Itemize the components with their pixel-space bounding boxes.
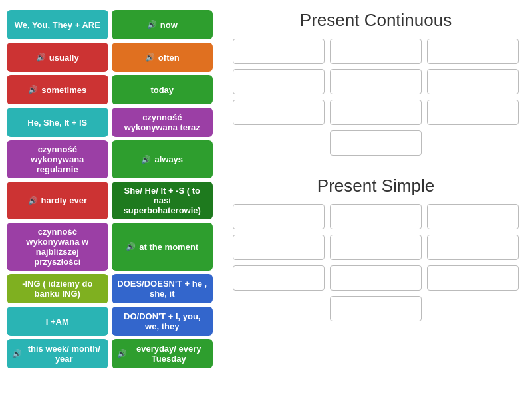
drop-box[interactable] bbox=[330, 204, 422, 229]
speaker-icon: 🔊 bbox=[28, 85, 38, 94]
card-label: I +AM bbox=[46, 317, 69, 327]
speaker-icon: 🔊 bbox=[28, 196, 38, 205]
card-label: everyday/ every Tuesday bbox=[130, 344, 208, 364]
card-1-1[interactable]: 🔊often bbox=[112, 43, 213, 72]
present-simple-grid-1 bbox=[233, 204, 519, 229]
card-label: czynność wykonywana regularnie bbox=[12, 144, 103, 174]
card-label: He, She, It + IS bbox=[27, 118, 87, 128]
card-5-1[interactable]: She/ He/ It + -S ( to nasi superbohatero… bbox=[112, 182, 213, 219]
card-9-1[interactable]: 🔊everyday/ every Tuesday bbox=[112, 339, 213, 368]
card-9-0[interactable]: 🔊this week/ month/ year bbox=[7, 339, 108, 368]
present-continuous-grid-2 bbox=[233, 69, 519, 94]
drop-box[interactable] bbox=[330, 69, 422, 94]
card-row-0: We, You, They + ARE🔊now bbox=[7, 10, 213, 39]
drop-box[interactable] bbox=[427, 265, 519, 291]
speaker-icon: 🔊 bbox=[126, 242, 136, 251]
card-0-1[interactable]: 🔊now bbox=[112, 10, 213, 39]
speaker-icon: 🔊 bbox=[117, 349, 127, 358]
card-3-0[interactable]: He, She, It + IS bbox=[7, 108, 108, 137]
card-label: DOES/DOESN'T + he , she, it bbox=[117, 279, 208, 299]
card-label: She/ He/ It + -S ( to nasi superbohatero… bbox=[117, 186, 208, 215]
drop-box[interactable] bbox=[330, 130, 422, 156]
card-label: -ING ( idziemy do banku ING) bbox=[12, 279, 103, 299]
drop-box[interactable] bbox=[427, 69, 519, 94]
card-label: at the moment bbox=[139, 242, 198, 252]
card-6-0[interactable]: czynność wykonywana w najbliższej przysz… bbox=[7, 223, 108, 271]
card-1-0[interactable]: 🔊usually bbox=[7, 43, 108, 72]
card-label: today bbox=[150, 85, 174, 95]
present-continuous-title: Present Continuous bbox=[233, 10, 519, 31]
drop-box[interactable] bbox=[330, 235, 422, 260]
card-7-1[interactable]: DOES/DOESN'T + he , she, it bbox=[112, 274, 213, 303]
card-label: czynność wykonywana w najbliższej przysz… bbox=[12, 227, 103, 267]
card-3-1[interactable]: czynność wykonywana teraz bbox=[112, 108, 213, 137]
card-row-1: 🔊usually🔊often bbox=[7, 43, 213, 72]
card-row-9: 🔊this week/ month/ year🔊everyday/ every … bbox=[7, 339, 213, 368]
card-label: usually bbox=[49, 53, 79, 63]
card-label: sometimes bbox=[41, 85, 86, 95]
speaker-icon: 🔊 bbox=[12, 349, 22, 358]
card-row-8: I +AMDO/DON'T + I, you, we, they bbox=[7, 307, 213, 336]
card-row-4: czynność wykonywana regularnie🔊always bbox=[7, 140, 213, 178]
card-row-3: He, She, It + ISczynność wykonywana tera… bbox=[7, 108, 213, 137]
drop-box[interactable] bbox=[427, 100, 519, 125]
card-label: often bbox=[158, 53, 180, 63]
card-label: now bbox=[160, 20, 178, 30]
present-continuous-grid-4 bbox=[233, 130, 519, 156]
card-8-0[interactable]: I +AM bbox=[7, 307, 108, 336]
card-label: hardly ever bbox=[41, 196, 87, 205]
card-label: always bbox=[154, 154, 183, 164]
card-label: czynność wykonywana teraz bbox=[117, 112, 208, 132]
drop-box[interactable] bbox=[233, 69, 325, 94]
drop-box[interactable] bbox=[233, 39, 325, 64]
drop-box[interactable] bbox=[427, 39, 519, 64]
card-5-0[interactable]: 🔊hardly ever bbox=[7, 182, 108, 219]
card-6-1[interactable]: 🔊at the moment bbox=[112, 223, 213, 271]
card-label: DO/DON'T + I, you, we, they bbox=[117, 311, 208, 331]
card-row-2: 🔊sometimestoday bbox=[7, 75, 213, 104]
card-label: this week/ month/ year bbox=[25, 344, 103, 364]
card-label: We, You, They + ARE bbox=[15, 20, 100, 30]
card-2-0[interactable]: 🔊sometimes bbox=[7, 75, 108, 104]
drop-box[interactable] bbox=[233, 265, 325, 291]
card-8-1[interactable]: DO/DON'T + I, you, we, they bbox=[112, 307, 213, 336]
left-panel: We, You, They + ARE🔊now🔊usually🔊often🔊so… bbox=[0, 0, 219, 399]
drop-box[interactable] bbox=[427, 204, 519, 229]
drop-box[interactable] bbox=[330, 39, 422, 64]
card-7-0[interactable]: -ING ( idziemy do banku ING) bbox=[7, 274, 108, 303]
present-simple-grid-4 bbox=[233, 296, 519, 321]
right-panel: Present Continuous Present Simple bbox=[219, 0, 532, 399]
drop-box[interactable] bbox=[330, 100, 422, 125]
speaker-icon: 🔊 bbox=[145, 53, 155, 62]
drop-box[interactable] bbox=[233, 204, 325, 229]
drop-box[interactable] bbox=[233, 100, 325, 125]
speaker-icon: 🔊 bbox=[147, 20, 157, 29]
drop-box[interactable] bbox=[233, 235, 325, 260]
card-row-7: -ING ( idziemy do banku ING)DOES/DOESN'T… bbox=[7, 274, 213, 303]
present-continuous-grid-3 bbox=[233, 100, 519, 125]
card-2-1[interactable]: today bbox=[112, 75, 213, 104]
speaker-icon: 🔊 bbox=[36, 53, 46, 62]
card-0-0[interactable]: We, You, They + ARE bbox=[7, 10, 108, 39]
present-simple-title: Present Simple bbox=[233, 176, 519, 196]
present-simple-grid-3 bbox=[233, 265, 519, 291]
card-4-0[interactable]: czynność wykonywana regularnie bbox=[7, 140, 108, 178]
present-continuous-grid-1 bbox=[233, 39, 519, 64]
card-4-1[interactable]: 🔊always bbox=[112, 140, 213, 178]
drop-box[interactable] bbox=[427, 235, 519, 260]
drop-box[interactable] bbox=[330, 265, 422, 291]
drop-box[interactable] bbox=[330, 296, 422, 321]
card-row-6: czynność wykonywana w najbliższej przysz… bbox=[7, 223, 213, 271]
speaker-icon: 🔊 bbox=[141, 155, 151, 164]
present-simple-grid-2 bbox=[233, 235, 519, 260]
card-row-5: 🔊hardly everShe/ He/ It + -S ( to nasi s… bbox=[7, 182, 213, 219]
